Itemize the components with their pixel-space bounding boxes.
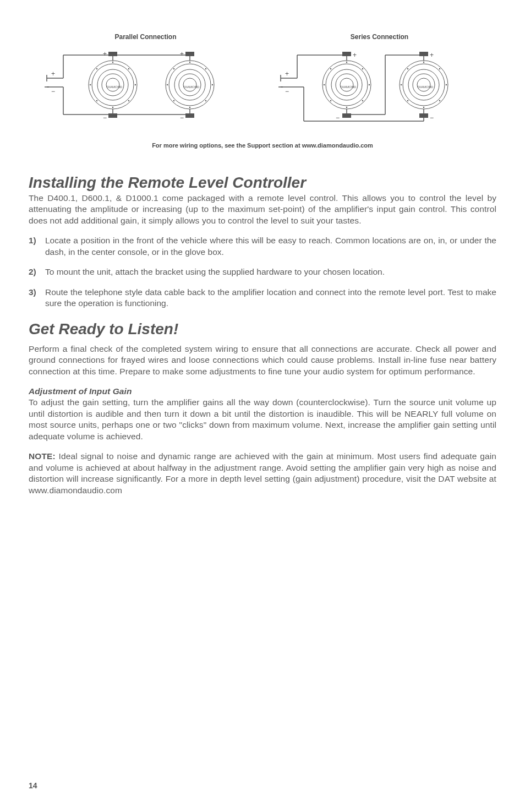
list-item: 3) Route the telephone style data cable … bbox=[29, 287, 496, 309]
step-text: Locate a position in the front of the ve… bbox=[45, 235, 496, 258]
svg-point-91 bbox=[362, 68, 363, 69]
note-text: Ideal signal to noise and dynamic range … bbox=[29, 451, 496, 494]
svg-rect-18 bbox=[108, 113, 117, 118]
svg-point-81 bbox=[400, 61, 448, 109]
svg-text:+: + bbox=[285, 70, 289, 78]
page-number: 14 bbox=[29, 781, 37, 790]
series-wiring-svg: + − + + bbox=[275, 44, 484, 127]
svg-point-90 bbox=[330, 68, 331, 69]
svg-text:−: − bbox=[285, 88, 289, 95]
svg-point-82 bbox=[403, 64, 445, 106]
list-item: 2) To mount the unit, attach the bracket… bbox=[29, 266, 496, 277]
svg-point-47 bbox=[205, 100, 206, 101]
svg-text:+: + bbox=[180, 50, 184, 58]
svg-point-101 bbox=[439, 100, 440, 101]
svg-point-89 bbox=[368, 84, 369, 85]
svg-text:−: − bbox=[51, 88, 55, 95]
svg-text:−: − bbox=[336, 114, 340, 122]
parallel-label: Parallel Connection bbox=[41, 33, 250, 41]
svg-point-31 bbox=[183, 78, 196, 91]
svg-point-94 bbox=[423, 62, 424, 63]
svg-point-45 bbox=[205, 68, 206, 69]
svg-point-27 bbox=[166, 61, 214, 109]
svg-point-100 bbox=[407, 100, 408, 101]
svg-point-95 bbox=[423, 107, 424, 108]
svg-rect-68 bbox=[342, 52, 351, 56]
svg-point-86 bbox=[346, 62, 347, 63]
step-text: To mount the unit, attach the bracket us… bbox=[45, 266, 496, 277]
svg-point-97 bbox=[445, 84, 446, 85]
note-paragraph: NOTE: Ideal signal to noise and dynamic … bbox=[29, 451, 496, 496]
svg-point-39 bbox=[128, 100, 129, 101]
svg-rect-72 bbox=[342, 113, 351, 118]
svg-rect-74 bbox=[419, 113, 428, 118]
svg-text:DIAMOND: DIAMOND bbox=[107, 85, 123, 89]
step-text: Route the telephone style data cable bac… bbox=[45, 287, 496, 309]
svg-point-93 bbox=[362, 100, 363, 101]
svg-text:DIAMOND: DIAMOND bbox=[184, 85, 200, 89]
section1-intro-paragraph: The D400.1, D600.1, & D1000.1 come packa… bbox=[29, 193, 496, 226]
svg-point-32 bbox=[112, 62, 113, 63]
svg-text:+: + bbox=[353, 51, 357, 59]
svg-point-41 bbox=[189, 107, 190, 108]
svg-point-80 bbox=[340, 78, 353, 91]
svg-rect-14 bbox=[108, 52, 117, 56]
svg-text:DIAMOND: DIAMOND bbox=[418, 85, 434, 89]
svg-point-44 bbox=[173, 68, 174, 69]
svg-point-22 bbox=[89, 61, 137, 109]
svg-text:+: + bbox=[103, 50, 107, 58]
svg-point-42 bbox=[166, 84, 167, 85]
adjustment-subheading: Adjustment of Input Gain bbox=[29, 386, 496, 397]
svg-point-96 bbox=[400, 84, 401, 85]
svg-point-35 bbox=[134, 84, 135, 85]
note-label: NOTE: bbox=[29, 451, 56, 461]
svg-point-98 bbox=[407, 68, 408, 69]
svg-point-40 bbox=[189, 62, 190, 63]
svg-point-87 bbox=[346, 107, 347, 108]
parallel-wiring-svg: + − + + − − bbox=[41, 44, 250, 127]
svg-text:+: + bbox=[51, 70, 55, 78]
svg-point-46 bbox=[173, 100, 174, 101]
series-connection-diagram: Series Connection + − bbox=[275, 33, 484, 127]
svg-text:−: − bbox=[430, 114, 434, 122]
step-number: 1) bbox=[29, 235, 45, 258]
section-heading-installing: Installing the Remote Level Controller bbox=[29, 174, 496, 192]
svg-text:DIAMOND: DIAMOND bbox=[341, 85, 357, 89]
svg-point-85 bbox=[417, 78, 430, 91]
svg-text:−: − bbox=[103, 114, 107, 122]
svg-point-30 bbox=[179, 74, 201, 96]
parallel-connection-diagram: Parallel Connection + − bbox=[41, 33, 250, 127]
svg-rect-16 bbox=[185, 52, 194, 56]
svg-point-37 bbox=[128, 68, 129, 69]
svg-point-28 bbox=[169, 64, 211, 106]
svg-rect-70 bbox=[419, 52, 428, 56]
wiring-diagrams-row: Parallel Connection + − bbox=[29, 33, 496, 127]
gain-adjustment-paragraph: To adjust the gain setting, turn the amp… bbox=[29, 397, 496, 442]
svg-point-43 bbox=[211, 84, 212, 85]
final-check-paragraph: Perform a final check of the completed s… bbox=[29, 344, 496, 377]
step-number: 3) bbox=[29, 287, 45, 309]
wiring-options-note: For more wiring options, see the Support… bbox=[29, 142, 496, 149]
svg-point-23 bbox=[92, 64, 134, 106]
svg-rect-20 bbox=[185, 113, 194, 118]
svg-point-25 bbox=[102, 74, 124, 96]
install-steps-list: 1) Locate a position in the front of the… bbox=[29, 235, 496, 309]
series-label: Series Connection bbox=[275, 33, 484, 41]
svg-point-38 bbox=[96, 100, 97, 101]
svg-point-26 bbox=[106, 78, 119, 91]
svg-point-99 bbox=[439, 68, 440, 69]
svg-point-84 bbox=[413, 74, 435, 96]
step-number: 2) bbox=[29, 266, 45, 277]
svg-point-33 bbox=[112, 107, 113, 108]
svg-point-76 bbox=[322, 61, 371, 109]
svg-point-34 bbox=[89, 84, 90, 85]
svg-point-79 bbox=[336, 74, 358, 96]
svg-point-36 bbox=[96, 68, 97, 69]
svg-point-88 bbox=[323, 84, 324, 85]
list-item: 1) Locate a position in the front of the… bbox=[29, 235, 496, 258]
svg-text:+: + bbox=[430, 51, 434, 59]
section-heading-get-ready: Get Ready to Listen! bbox=[29, 320, 496, 338]
svg-point-77 bbox=[326, 64, 368, 106]
svg-point-92 bbox=[330, 100, 331, 101]
svg-text:−: − bbox=[180, 114, 184, 122]
